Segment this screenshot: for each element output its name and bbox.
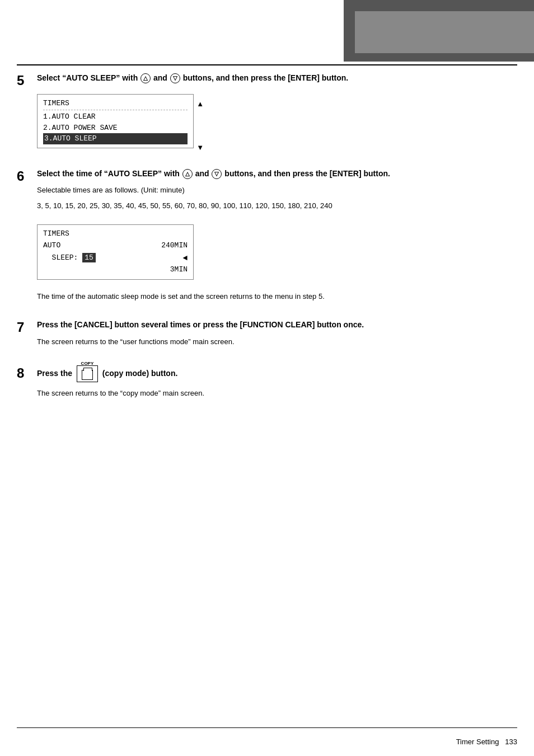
step-7-title: Press the [CANCEL] button several times … (37, 320, 517, 331)
copy-button-icon: COPY (77, 365, 98, 382)
display2-row-sleep: SLEEP: 15 ◄ (43, 252, 188, 264)
step-8: 8 Press the COPY (copy mode) button. The… (17, 365, 517, 403)
arrow-up-icon-6: △ (182, 169, 193, 179)
step-7-number: 7 (17, 320, 37, 334)
arrow-down-icon: ▽ (170, 73, 180, 83)
bottom-divider (17, 727, 517, 728)
step-8-desc: The screen returns to the “copy mode” ma… (37, 388, 517, 399)
display-row-auto-power-save: 2.AUTO POWER SAVE (43, 123, 188, 134)
step-6: 6 Select the time of “AUTO SLEEP” with △… (17, 168, 517, 307)
arrow-down-icon-6: ▽ (212, 169, 222, 179)
step-6-body: Select the time of “AUTO SLEEP” with △ a… (37, 168, 517, 307)
step-7-desc: The screen returns to the “user function… (37, 336, 517, 348)
step-7-body: Press the [CANCEL] button several times … (37, 320, 517, 351)
footer-page: 133 (505, 738, 517, 746)
header-block (344, 0, 534, 62)
step-6-title: Select the time of “AUTO SLEEP” with △ a… (37, 168, 517, 180)
step-5: 5 Select “AUTO SLEEP” with △ and ▽ butto… (17, 73, 517, 155)
step-8-title: Press the COPY (copy mode) button. (37, 365, 517, 382)
step-7: 7 Press the [CANCEL] button several time… (17, 320, 517, 351)
step-5-title: Select “AUTO SLEEP” with △ and ▽ buttons… (37, 73, 517, 84)
display-row-auto-clear: 1.AUTO CLEAR (43, 111, 188, 123)
footer: Timer Setting 133 (17, 738, 517, 746)
copy-shape (82, 370, 93, 380)
step-6-desc1: Selectable times are as follows. (Unit: … (37, 185, 517, 196)
display-row-timers: TIMERS (43, 98, 188, 109)
top-divider (17, 64, 517, 65)
footer-spacer (499, 738, 505, 746)
arrow-up-icon: △ (140, 73, 151, 83)
step-8-number: 8 (17, 365, 37, 380)
step-6-desc2: 3, 5, 10, 15, 20, 25, 30, 35, 40, 45, 50… (37, 200, 517, 212)
step-5-body: Select “AUTO SLEEP” with △ and ▽ buttons… (37, 73, 517, 155)
header-block-inner (355, 11, 534, 53)
display-divider (43, 110, 188, 110)
display2-row-3min: 3MIN (43, 264, 188, 276)
main-content: 5 Select “AUTO SLEEP” with △ and ▽ butto… (17, 73, 517, 416)
step-6-desc3: The time of the automatic sleep mode is … (37, 291, 517, 302)
step-5-display: TIMERS 1.AUTO CLEAR 2.AUTO POWER SAVE 3.… (37, 94, 194, 148)
step-8-body: Press the COPY (copy mode) button. The s… (37, 365, 517, 403)
display2-row-timers: TIMERS (43, 228, 188, 240)
step-6-display: TIMERS AUTO 240MIN SLEEP: 15 ◄ 3MIN (37, 224, 194, 280)
scroll-down-indicator: ▼ (196, 143, 204, 152)
scroll-up-indicator: ▲ (196, 100, 204, 108)
copy-label-text: COPY (81, 360, 94, 367)
display2-row-auto: AUTO 240MIN (43, 240, 188, 252)
step-6-number: 6 (17, 168, 37, 183)
display-row-auto-sleep: 3.AUTO SLEEP (43, 133, 188, 144)
footer-label: Timer Setting (456, 738, 499, 746)
step-5-number: 5 (17, 73, 37, 87)
